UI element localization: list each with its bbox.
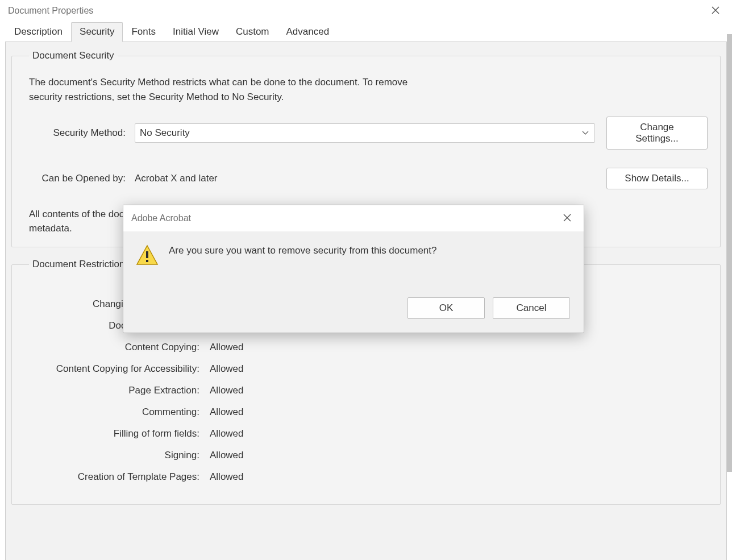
dialog-button-row: OK Cancel bbox=[123, 270, 584, 333]
tab-description[interactable]: Description bbox=[6, 22, 71, 42]
dialog-title: Adobe Acrobat bbox=[131, 213, 191, 223]
restriction-row: Commenting: Allowed bbox=[29, 406, 708, 418]
confirm-dialog: Adobe Acrobat Are you sure you want to r… bbox=[123, 205, 584, 333]
restriction-row: Content Copying: Allowed bbox=[29, 342, 708, 353]
change-settings-button[interactable]: Change Settings... bbox=[606, 117, 708, 150]
ok-button[interactable]: OK bbox=[407, 297, 485, 319]
dialog-close-icon[interactable] bbox=[559, 211, 576, 226]
dialog-body: Are you sure you want to remove security… bbox=[123, 231, 584, 270]
show-details-button[interactable]: Show Details... bbox=[606, 168, 708, 189]
restriction-label: Commenting: bbox=[29, 406, 199, 418]
restriction-label: Creation of Template Pages: bbox=[29, 471, 199, 483]
warning-icon bbox=[136, 244, 159, 267]
restriction-label: Content Copying for Accessibility: bbox=[29, 363, 199, 375]
restriction-value: Allowed bbox=[210, 385, 244, 396]
tab-advanced[interactable]: Advanced bbox=[278, 22, 338, 42]
svg-rect-5 bbox=[146, 251, 148, 258]
scrollbar-thumb[interactable] bbox=[727, 34, 732, 472]
scrollbar[interactable] bbox=[727, 34, 732, 560]
security-method-value: No Security bbox=[140, 127, 190, 139]
tab-fonts[interactable]: Fonts bbox=[123, 22, 164, 42]
restriction-row: Page Extraction: Allowed bbox=[29, 385, 708, 396]
restriction-label: Page Extraction: bbox=[29, 385, 199, 396]
tab-security[interactable]: Security bbox=[71, 22, 123, 42]
svg-rect-6 bbox=[146, 260, 148, 262]
document-security-legend: Document Security bbox=[29, 50, 118, 61]
restriction-value: Allowed bbox=[210, 450, 244, 461]
restriction-row: Filling of form fields: Allowed bbox=[29, 428, 708, 439]
security-method-label: Security Method: bbox=[29, 127, 126, 139]
document-properties-window: Document Properties Description Security… bbox=[0, 0, 732, 560]
security-method-select[interactable]: No Security bbox=[135, 123, 595, 143]
security-intro: The document's Security Method restricts… bbox=[29, 75, 438, 104]
window-title: Document Properties bbox=[8, 6, 93, 16]
opened-by-value: Acrobat X and later bbox=[135, 173, 606, 184]
restriction-row: Creation of Template Pages: Allowed bbox=[29, 471, 708, 483]
tab-custom[interactable]: Custom bbox=[227, 22, 278, 42]
restriction-value: Allowed bbox=[210, 471, 244, 483]
chevron-down-icon bbox=[582, 129, 589, 137]
opened-by-row: Can be Opened by: Acrobat X and later Sh… bbox=[29, 168, 708, 189]
restriction-row: Content Copying for Accessibility: Allow… bbox=[29, 363, 708, 375]
close-icon[interactable] bbox=[707, 3, 724, 18]
restriction-row: Signing: Allowed bbox=[29, 450, 708, 461]
security-method-row: Security Method: No Security Change Sett… bbox=[29, 117, 708, 150]
restriction-value: Allowed bbox=[210, 406, 244, 418]
cancel-button[interactable]: Cancel bbox=[493, 297, 570, 319]
dialog-message: Are you sure you want to remove security… bbox=[169, 244, 436, 256]
tab-strip: Description Security Fonts Initial View … bbox=[0, 22, 732, 42]
titlebar: Document Properties bbox=[0, 0, 732, 22]
dialog-titlebar: Adobe Acrobat bbox=[123, 205, 584, 231]
restriction-value: Allowed bbox=[210, 342, 244, 353]
restriction-value: Allowed bbox=[210, 428, 244, 439]
opened-by-label: Can be Opened by: bbox=[29, 173, 126, 184]
tab-initial-view[interactable]: Initial View bbox=[164, 22, 227, 42]
restriction-label: Content Copying: bbox=[29, 342, 199, 353]
restriction-value: Allowed bbox=[210, 363, 244, 375]
restriction-label: Signing: bbox=[29, 450, 199, 461]
restriction-label: Filling of form fields: bbox=[29, 428, 199, 439]
